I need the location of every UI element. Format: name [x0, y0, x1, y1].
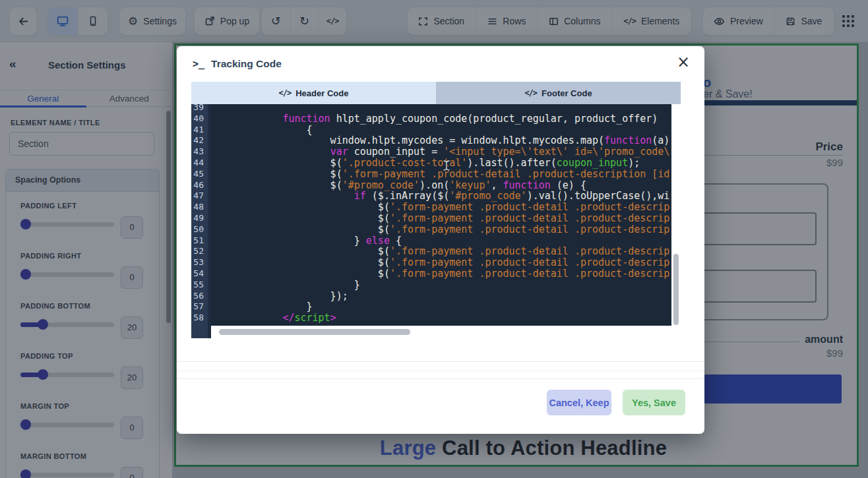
- code-line: $('.form-payment .product-detail .produc…: [211, 169, 671, 180]
- tracking-code-modal: >_ Tracking Code × </> Header Code </> F…: [177, 46, 704, 434]
- code-line: window.hlpt.mycodes = window.hlpt.mycode…: [211, 135, 671, 146]
- modal-divider: [177, 371, 704, 371]
- tab-footer-code[interactable]: </> Footer Code: [436, 82, 681, 104]
- code-line: if ($.inArray($('#promo_code').val().toU…: [211, 191, 671, 202]
- footer-code-label: Footer Code: [542, 88, 592, 98]
- code-line: {: [211, 125, 671, 136]
- code-line: $('.form-payment .product-detail .produc…: [211, 213, 671, 224]
- horizontal-scrollbar-thumb[interactable]: [219, 329, 410, 335]
- code-line: $('.form-payment .product-detail .produc…: [211, 224, 671, 235]
- code-line: $('.form-payment .product-detail .produc…: [211, 202, 671, 213]
- line-number-gutter: 3940414243444546474849505152535455565758: [191, 104, 211, 338]
- modal-divider: [177, 361, 704, 362]
- code-content[interactable]: function hlpt_apply_coupon_code(product_…: [211, 104, 671, 326]
- code-editor[interactable]: 3940414243444546474849505152535455565758…: [191, 104, 681, 338]
- code-line: }: [211, 301, 671, 313]
- code-line: </script>: [211, 313, 671, 324]
- yes-save-button[interactable]: Yes, Save: [623, 390, 685, 415]
- code-line: var coupon_input = '<input type=\'text\'…: [211, 146, 671, 158]
- code-tabs: </> Header Code </> Footer Code: [191, 82, 681, 104]
- close-icon[interactable]: ×: [677, 54, 690, 70]
- header-code-label: Header Code: [295, 88, 348, 98]
- code-line: $('.form-payment .product-detail .produc…: [211, 257, 671, 268]
- code-icon: </>: [279, 88, 292, 98]
- vertical-scrollbar: [671, 104, 681, 338]
- code-line: function hlpt_apply_coupon_code(product_…: [211, 113, 671, 125]
- code-line: $('.form-payment .product-detail .produc…: [211, 268, 671, 280]
- code-line: });: [211, 291, 671, 302]
- code-icon: </>: [524, 88, 537, 98]
- code-line: $('.product-cost-total').last().after(co…: [211, 158, 671, 169]
- code-line: }: [211, 280, 671, 291]
- vertical-scrollbar-thumb[interactable]: [673, 254, 679, 325]
- code-line: } else {: [211, 235, 671, 247]
- cancel-keep-button[interactable]: Cancel, Keep: [547, 390, 611, 415]
- modal-divider: [177, 378, 704, 379]
- tab-header-code[interactable]: </> Header Code: [191, 82, 436, 104]
- modal-footer: Cancel, Keep Yes, Save: [177, 390, 704, 416]
- builder-app: ⚙ Settings Pop up ↺ ↻ </> Section Rows: [0, 0, 868, 478]
- modal-header: >_ Tracking Code: [177, 46, 704, 82]
- terminal-icon: >_: [193, 58, 204, 70]
- horizontal-scrollbar: [211, 326, 671, 338]
- modal-title: Tracking Code: [211, 58, 282, 70]
- code-line: $('#promo_code').on('keyup', function (e…: [211, 180, 671, 191]
- text-cursor-icon: [442, 160, 451, 171]
- code-line: [211, 104, 671, 113]
- code-line: $('.form-payment .product-detail .produc…: [211, 246, 671, 257]
